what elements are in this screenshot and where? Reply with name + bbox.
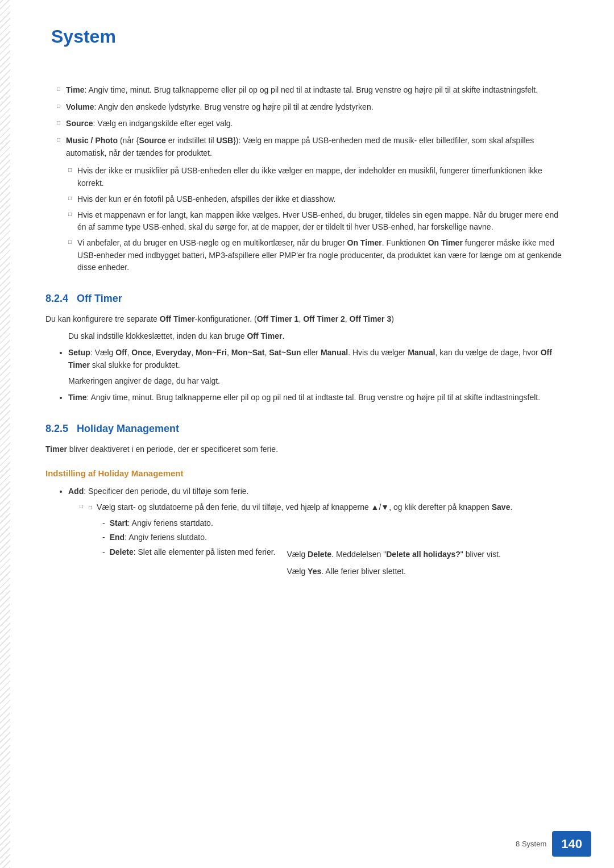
off-timer-3: Off Timer 3 (350, 314, 392, 323)
sub-item-2: Hvis der kun er én fotofil på USB-enhede… (68, 193, 569, 206)
opt-satsun: Sat~Sun (269, 348, 301, 357)
opt-once: Once (131, 348, 151, 357)
sub-item-3: Hvis et mappenavn er for langt, kan mapp… (68, 209, 569, 234)
label-usb: USB (217, 136, 234, 145)
opt-monfri: Mon~Fri (196, 348, 227, 357)
delete-all-msg: Delete all holidays? (386, 550, 460, 559)
label-source-ref: Source (139, 136, 165, 145)
section-825-heading: 8.2.5 Holiday Management (45, 421, 569, 437)
label-delete: Delete (110, 546, 134, 559)
page-footer: 8 System 140 (516, 831, 591, 857)
time-bullet: Time: Angiv time, minut. Brug talknapper… (68, 392, 569, 404)
dash-end: End: Angiv feriens slutdato. (102, 531, 569, 544)
off-timer-ref-clock: Off Timer (247, 331, 282, 340)
sub-item-1: Hvis der ikke er musikfiler på USB-enhed… (68, 165, 569, 189)
delete-notes: Vælg Delete. Meddelelsen "Delete all hol… (276, 549, 501, 582)
dash-delete: Delete: Slet alle elementer på listen me… (102, 546, 569, 582)
add-bullet: Add: Specificer den periode, du vil tilf… (68, 485, 569, 582)
marking-note: Markeringen angiver de dage, du har valg… (68, 375, 569, 388)
section-825-intro: Timer bliver deaktiveret i en periode, d… (45, 443, 569, 456)
main-bullet-list: Time: Angiv time, minut. Brug talknapper… (45, 84, 569, 159)
left-accent-decoration (0, 0, 10, 868)
dash-start: Start: Angiv feriens startdato. (102, 517, 569, 530)
add-dash-list: Start: Angiv feriens startdato. End: Ang… (68, 517, 569, 583)
label-music-photo: Music / Photo (66, 136, 118, 145)
section-824-intro: Du kan konfigurere tre separate Off Time… (45, 313, 569, 326)
sub-bullet-list: Hvis der ikke er musikfiler på USB-enhed… (45, 165, 569, 274)
section-825: 8.2.5 Holiday Management Timer bliver de… (45, 421, 569, 582)
clock-note-text: Du skal indstille klokkeslættet, inden d… (68, 330, 569, 343)
section-825-bullets: Add: Specificer den periode, du vil tilf… (45, 485, 569, 582)
label-source: Source (66, 119, 93, 128)
add-sub-list: □ Vælg start- og slutdatoerne på den fer… (68, 501, 569, 514)
opt-manual-2: Manual (408, 348, 435, 357)
section-824: 8.2.4 Off Timer Du kan konfigurere tre s… (45, 291, 569, 404)
list-item-music-photo: Music / Photo (når {Source er indstillet… (57, 135, 569, 159)
list-item-source: Source: Vælg en indgangskilde efter eget… (57, 118, 569, 130)
label-add: Add (68, 487, 84, 496)
save-ref: Save (492, 502, 511, 512)
setup-bullet: Setup: Vælg Off, Once, Everyday, Mon~Fri… (68, 347, 569, 387)
sub-item-4: Vi anbefaler, at du bruger en USB-nøgle … (68, 237, 569, 274)
label-start: Start (110, 517, 128, 530)
opt-manual: Manual (321, 348, 348, 357)
timer-bold: Timer (45, 445, 67, 454)
on-timer-ref-2: On Timer (428, 238, 463, 247)
list-item-time: Time: Angiv time, minut. Brug talknapper… (57, 84, 569, 97)
clock-note: Du skal indstille klokkeslættet, inden d… (45, 330, 569, 343)
delete-note-1: Vælg Delete. Meddelelsen "Delete all hol… (287, 549, 501, 561)
off-timer-1: Off Timer 1 (257, 314, 299, 323)
section-825-subheading: Indstilling af Holiday Management (45, 467, 569, 480)
delete-note-2: Vælg Yes. Alle ferier bliver slettet. (287, 566, 501, 578)
opt-monsat: Mon~Sat (231, 348, 265, 357)
section-824-heading: 8.2.4 Off Timer (45, 291, 569, 306)
list-item-volume: Volume: Angiv den ønskede lydstyrke. Bru… (57, 101, 569, 114)
footer-page-number: 140 (552, 831, 591, 857)
add-sub-1: □ Vælg start- og slutdatoerne på den fer… (80, 501, 569, 514)
opt-everyday: Everyday (156, 348, 191, 357)
label-setup: Setup (68, 348, 90, 357)
off-timer-2: Off Timer 2 (303, 314, 345, 323)
label-time: Time (66, 85, 84, 94)
opt-off: Off (115, 348, 127, 357)
label-volume: Volume (66, 102, 94, 111)
section-824-bullets: Setup: Vælg Off, Once, Everyday, Mon~Fri… (45, 347, 569, 404)
on-timer-ref-1: On Timer (347, 238, 382, 247)
yes-ref: Yes (308, 567, 321, 576)
footer-section-label: 8 System (516, 838, 546, 850)
off-timer-bold-1: Off Timer (160, 314, 195, 323)
page-title: System (51, 23, 569, 50)
label-time-2: Time (68, 393, 86, 402)
page-container: System Time: Angiv time, minut. Brug tal… (0, 0, 614, 868)
delete-ref: Delete (308, 550, 331, 559)
label-end: End (110, 531, 125, 544)
